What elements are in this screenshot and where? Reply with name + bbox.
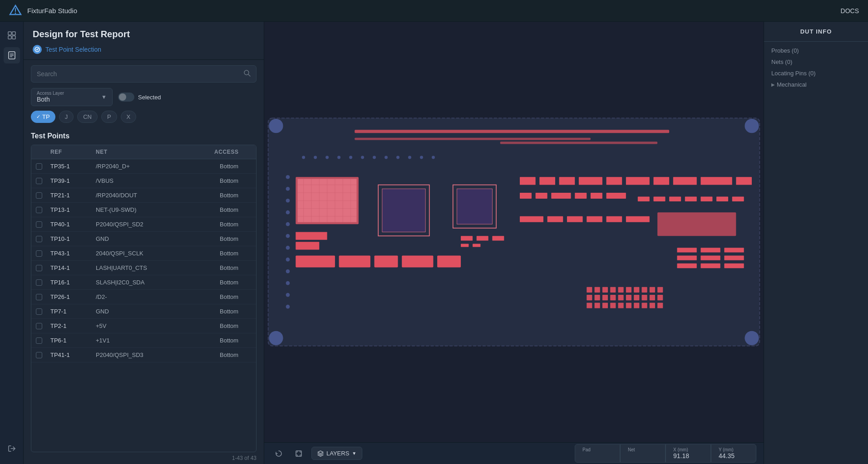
svg-rect-48 (673, 177, 697, 185)
pcb-view[interactable] (264, 22, 764, 442)
table-row[interactable]: TP43-1 2040/QSPI_SCLK Bottom (31, 246, 256, 261)
checkbox-12[interactable] (36, 337, 42, 344)
docs-link[interactable]: DOCS (841, 7, 859, 15)
table-row[interactable]: TP14-1 LASH|UART0_CTS Bottom (31, 261, 256, 275)
svg-rect-63 (732, 197, 744, 201)
row-checkbox[interactable] (31, 189, 46, 202)
checkbox-6[interactable] (36, 250, 42, 257)
table-row[interactable]: TP16-1 SLASH|I2C0_SDA Bottom (31, 275, 256, 290)
checkbox-1[interactable] (36, 178, 42, 184)
svg-point-73 (326, 156, 329, 159)
svg-rect-145 (724, 264, 744, 268)
svg-rect-138 (700, 248, 720, 252)
row-checkbox[interactable] (31, 174, 46, 188)
checkbox-3[interactable] (36, 207, 42, 213)
svg-point-89 (286, 246, 290, 250)
table-row[interactable]: TP13-1 NET-(U9-SWD) Bottom (31, 203, 256, 217)
row-checkbox[interactable] (31, 218, 46, 231)
row-checkbox[interactable] (31, 247, 46, 260)
chip-tp[interactable]: ✓ TP (31, 111, 55, 123)
checkbox-4[interactable] (36, 221, 42, 228)
table-row[interactable]: TP41-1 P2040/QSPI_SD3 Bottom (31, 348, 256, 362)
sidebar-grid-btn[interactable] (4, 27, 20, 44)
row-checkbox[interactable] (31, 276, 46, 289)
svg-rect-40 (500, 142, 657, 144)
checkbox-7[interactable] (36, 265, 42, 271)
row-ref: TP41-1 (46, 348, 91, 362)
row-checkbox[interactable] (31, 290, 46, 304)
row-checkbox[interactable] (31, 160, 46, 173)
table-row[interactable]: TP26-1 /D2- Bottom (31, 290, 256, 304)
pad-label: Pad (582, 447, 612, 452)
checkbox-8[interactable] (36, 279, 42, 286)
row-checkbox[interactable] (31, 319, 46, 333)
svg-rect-97 (375, 255, 398, 267)
search-icon[interactable] (243, 69, 251, 78)
row-net: NET-(U9-SWD) (91, 203, 215, 217)
table-row[interactable]: TP6-1 +1V1 Bottom (31, 333, 256, 348)
svg-rect-67 (587, 216, 602, 222)
main-layout: Design for Test Report Test Point Select… (0, 22, 868, 464)
reset-view-btn[interactable] (271, 446, 286, 461)
checkbox-9[interactable] (36, 294, 42, 300)
sidebar-doc-btn[interactable] (4, 47, 20, 63)
row-access: Bottom (215, 174, 256, 188)
checkbox-13[interactable] (36, 352, 42, 358)
table-row[interactable]: TP2-1 +5V Bottom (31, 319, 256, 333)
probes-item[interactable]: Probes (0) (771, 47, 861, 54)
row-checkbox[interactable] (31, 334, 46, 347)
filters-area: Access Layer Both ▼ Selected ✓ TP (24, 88, 264, 128)
net-label: Net (628, 447, 658, 452)
checkbox-5[interactable] (36, 236, 42, 242)
access-layer-select[interactable]: Access Layer Both ▼ (31, 88, 113, 106)
table-row[interactable]: TP7-1 GND Bottom (31, 304, 256, 319)
row-checkbox[interactable] (31, 305, 46, 318)
nets-item[interactable]: Nets (0) (771, 59, 861, 65)
mechanical-label: Mechanical (777, 81, 807, 88)
table-wrapper: REF NET ACCESS TP35-1 /RP2040_D+ Bottom … (31, 145, 256, 452)
table-row[interactable]: TP35-1 /RP2040_D+ Bottom (31, 159, 256, 174)
chip-x[interactable]: X (121, 111, 137, 123)
svg-point-16 (269, 119, 283, 133)
row-access: Bottom (215, 217, 256, 231)
svg-rect-106 (634, 287, 639, 293)
chip-p[interactable]: P (101, 111, 117, 123)
table-row[interactable]: TP40-1 P2040/QSPI_SD2 Bottom (31, 217, 256, 232)
table-row[interactable]: TP39-1 /VBUS Bottom (31, 174, 256, 188)
search-input[interactable] (37, 70, 240, 78)
fit-view-btn[interactable] (291, 446, 306, 461)
row-checkbox[interactable] (31, 232, 46, 246)
svg-rect-125 (626, 303, 631, 308)
chip-j[interactable]: J (59, 111, 74, 123)
svg-rect-44 (579, 177, 602, 185)
checkbox-10[interactable] (36, 308, 42, 315)
svg-rect-50 (736, 177, 752, 185)
layers-button[interactable]: LAYERS ▼ (311, 447, 362, 460)
svg-rect-131 (477, 236, 488, 240)
svg-point-78 (385, 156, 388, 159)
svg-rect-38 (355, 130, 669, 133)
svg-rect-3 (8, 32, 11, 35)
pcb-svg (264, 22, 764, 442)
locating-pins-item[interactable]: Locating Pins (0) (771, 70, 861, 77)
svg-rect-141 (700, 255, 720, 260)
table-row[interactable]: TP21-1 /RP2040/DOUT Bottom (31, 188, 256, 203)
checkbox-2[interactable] (36, 192, 42, 199)
svg-rect-6 (12, 36, 15, 39)
checkbox-0[interactable] (36, 163, 42, 170)
checkbox-11[interactable] (36, 323, 42, 329)
mechanical-item[interactable]: ▶ Mechanical (771, 81, 861, 88)
row-checkbox[interactable] (31, 203, 46, 217)
chip-cn[interactable]: CN (77, 111, 98, 123)
row-ref: TP21-1 (46, 188, 91, 202)
row-checkbox[interactable] (31, 348, 46, 362)
selected-toggle[interactable] (118, 93, 134, 102)
sidebar-logout-btn[interactable] (4, 440, 20, 457)
svg-rect-144 (700, 264, 720, 268)
table-row[interactable]: TP10-1 GND Bottom (31, 232, 256, 246)
row-checkbox[interactable] (31, 261, 46, 275)
svg-point-79 (396, 156, 399, 159)
svg-rect-62 (716, 197, 728, 201)
svg-rect-4 (12, 32, 15, 35)
chip-p-label: P (107, 113, 111, 120)
